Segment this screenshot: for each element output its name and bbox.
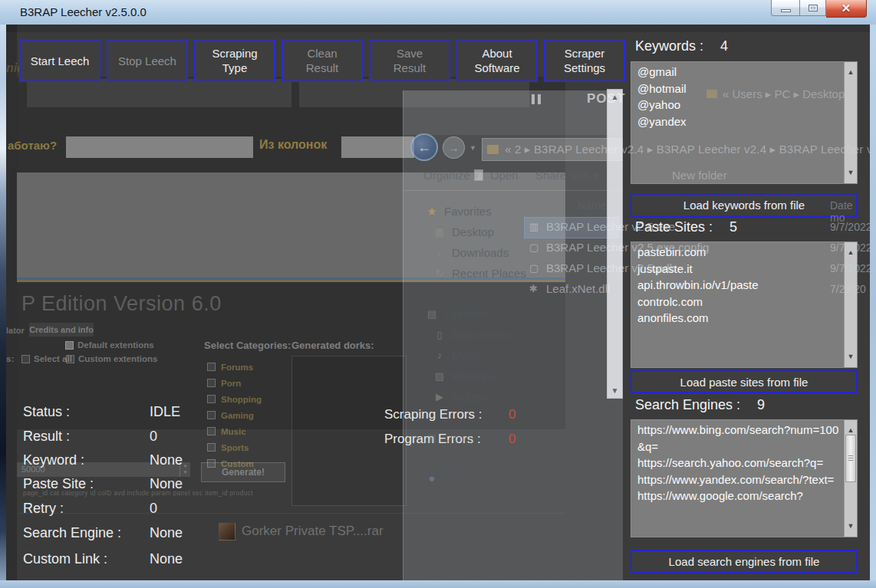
toolbar-button[interactable]: Scraper Settings [544, 39, 625, 82]
keyword-item[interactable]: @yahoo [637, 97, 839, 113]
status-row: Retry : 0 [23, 501, 345, 519]
app-window: B3RAP Leecher v2.5.0.0 ✕ nique аботаю? И… [0, 0, 876, 588]
paste-site-item[interactable]: api.throwbin.io/v1/paste [637, 277, 839, 294]
status-value: IDLE [150, 404, 180, 420]
keywords-label: Keywords : [635, 38, 703, 54]
paste-site-item[interactable]: anonfiles.com [637, 310, 839, 327]
scrollbar-grip-icon [848, 455, 853, 462]
titlebar: B3RAP Leecher v2.5.0.0 [0, 0, 876, 25]
main-ui-layer: Start LeechStop LeechScraping TypeClean … [6, 25, 870, 580]
status-value: None [150, 551, 183, 567]
window-title: B3RAP Leecher v2.5.0.0 [20, 5, 147, 18]
paste-site-item[interactable]: pastebin.com [637, 244, 839, 261]
scroll-down-icon[interactable]: ▼ [845, 518, 857, 535]
paste-sites-scrollbar[interactable]: ▲ ▼ [844, 242, 857, 367]
toolbar-button[interactable]: Stop Leech [107, 39, 188, 82]
load-search-engines-button[interactable]: Load search engines from file [631, 550, 858, 573]
status-value: 0 [150, 429, 157, 445]
status-value: None [150, 452, 183, 468]
scrollbar-thumb[interactable] [845, 435, 856, 482]
status-label: Retry : [23, 501, 64, 516]
close-button[interactable]: ✕ [826, 0, 867, 18]
scroll-down-icon[interactable]: ▼ [845, 349, 857, 366]
search-engine-item[interactable]: https://www.yandex.com/search/?text= [637, 471, 839, 488]
status-row: Search Engine : None [23, 525, 345, 544]
load-keywords-button[interactable]: Load keywords from file [631, 193, 858, 217]
status-label: Paste Site : [23, 476, 94, 491]
paste-sites-listbox[interactable]: pastebin.comjustpaste.itapi.throwbin.io/… [631, 241, 858, 368]
search-engine-item[interactable]: https://search.yahoo.com/search?q= [637, 455, 839, 471]
paste-site-item[interactable]: controlc.com [637, 294, 839, 310]
status-row: Custom Link : None [23, 551, 345, 570]
status-label: Custom Link : [23, 551, 107, 567]
status-label: Status : [23, 404, 70, 419]
keywords-count: 4 [720, 38, 728, 54]
toolbar-button[interactable]: Clean Result [282, 39, 363, 82]
toolbar-button[interactable]: About Software [456, 39, 538, 82]
keywords-scrollbar[interactable]: ▲ ▼ [844, 62, 857, 183]
paste-sites-items: pastebin.comjustpaste.itapi.throwbin.io/… [637, 244, 839, 327]
maximize-button[interactable] [800, 0, 826, 16]
keywords-listbox[interactable]: @gmail@hotmail@yahoo@yandex ▲ ▼ [631, 61, 858, 184]
status-label: Result : [23, 429, 70, 444]
status-value: None [150, 525, 183, 541]
status-value: 0 [150, 501, 157, 517]
status-label: Search Engine : [23, 525, 121, 540]
search-engines-label: Search Engines : [635, 397, 740, 413]
status-row: Keyword : None [23, 452, 345, 471]
keywords-header: Keywords : 4 [635, 38, 728, 54]
toolbar-button[interactable]: Start Leech [19, 39, 100, 82]
toolbar-button[interactable]: Scraping Type [194, 39, 275, 82]
window-border-bottom [0, 580, 876, 588]
status-row: Status : IDLE [23, 404, 345, 422]
search-engines-listbox[interactable]: https://www.bing.com/search?num=100&q=ht… [631, 419, 858, 537]
scroll-down-icon[interactable]: ▼ [845, 165, 857, 182]
error-label: Program Errors : [384, 432, 481, 446]
window-border-left [0, 25, 6, 588]
keyword-item[interactable]: @yandex [637, 113, 839, 130]
scroll-up-icon[interactable]: ▲ [845, 245, 857, 261]
minimize-icon [781, 9, 791, 12]
window-border-right [870, 25, 876, 580]
paste-site-item[interactable]: justpaste.it [637, 261, 839, 278]
close-icon: ✕ [841, 2, 851, 15]
error-value: 0 [509, 407, 515, 422]
search-engines-items: https://www.bing.com/search?num=100&q=ht… [637, 422, 839, 504]
paste-sites-header: Paste Sites : 5 [635, 219, 737, 235]
search-engines-header: Search Engines : 9 [635, 397, 765, 413]
scroll-up-icon[interactable]: ▲ [845, 64, 857, 81]
search-engines-scrollbar[interactable]: ▲ ▼ [844, 420, 857, 537]
minimize-button[interactable] [771, 0, 800, 16]
window-controls: ✕ [771, 0, 867, 18]
keyword-item[interactable]: @hotmail [637, 80, 839, 97]
window-content: nique аботаю? Из колонок P Edition Versi… [6, 25, 870, 580]
keyword-item[interactable]: @gmail [637, 64, 839, 80]
toolbar-button[interactable]: Save Result [369, 39, 450, 82]
error-row: Scraping Errors : 0 [384, 407, 584, 424]
keywords-items: @gmail@hotmail@yahoo@yandex [637, 64, 839, 130]
paste-sites-count: 5 [729, 219, 737, 235]
search-engine-item[interactable]: https://www.bing.com/search?num=100&q= [637, 422, 839, 455]
error-label: Scraping Errors : [384, 407, 482, 422]
maximize-icon [808, 5, 818, 11]
paste-sites-label: Paste Sites : [635, 219, 713, 235]
load-paste-sites-button[interactable]: Load paste sites from file [631, 370, 858, 393]
status-label: Keyword : [23, 452, 84, 468]
search-engine-item[interactable]: https://www.google.com/search? [637, 488, 839, 504]
status-value: None [150, 476, 183, 492]
status-row: Result : 0 [23, 429, 345, 447]
status-row: Paste Site : None [23, 476, 345, 494]
error-row: Program Errors : 0 [384, 432, 584, 448]
search-engines-count: 9 [757, 397, 765, 413]
error-value: 0 [509, 432, 515, 447]
